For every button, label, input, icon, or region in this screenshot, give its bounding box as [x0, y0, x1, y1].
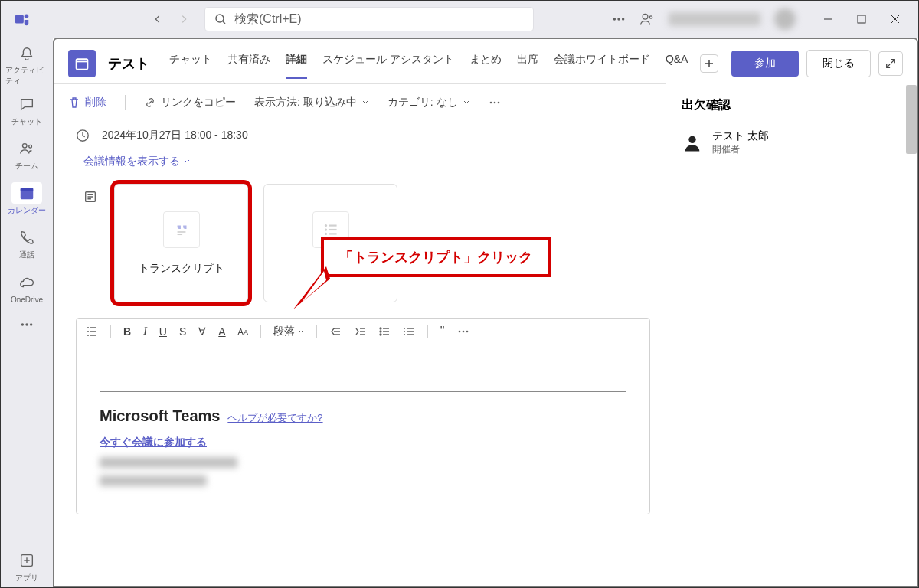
- window-close[interactable]: [878, 4, 912, 34]
- svg-point-37: [462, 331, 464, 333]
- show-meeting-info-link[interactable]: 会議情報を表示する: [53, 142, 666, 176]
- annotation-callout: 「トランスクリプト」クリック: [321, 237, 551, 277]
- outdent-icon[interactable]: [329, 325, 342, 338]
- svg-point-20: [497, 102, 499, 104]
- chevron-down-icon: [183, 158, 191, 165]
- trash-icon: [68, 96, 80, 109]
- quote-button[interactable]: ": [440, 325, 445, 338]
- sidebar-item-calendar[interactable]: カレンダー: [5, 178, 48, 220]
- paragraph-dropdown[interactable]: 段落: [273, 325, 304, 338]
- svg-point-19: [493, 102, 495, 104]
- person-icon: [682, 132, 703, 154]
- transcript-card[interactable]: トランスクリプト: [114, 184, 248, 302]
- tab-attendance[interactable]: 出席: [517, 48, 538, 79]
- teams-icon: [18, 140, 35, 157]
- svg-point-27: [324, 228, 326, 230]
- underline-button[interactable]: U: [159, 325, 167, 338]
- show-as-dropdown[interactable]: 表示方法: 取り込み中: [254, 96, 369, 109]
- sidebar-item-chat[interactable]: チャット: [5, 90, 48, 131]
- indent-icon[interactable]: [354, 325, 366, 338]
- tab-whiteboard[interactable]: 会議ホワイトボード: [554, 48, 650, 79]
- svg-point-38: [466, 331, 468, 333]
- list-icon: [321, 220, 341, 240]
- copy-link-button[interactable]: リンクをコピー: [144, 96, 236, 109]
- svg-point-36: [458, 331, 460, 333]
- strike-button[interactable]: S: [179, 325, 186, 338]
- join-meeting-link[interactable]: 今すぐ会議に参加する: [100, 436, 626, 449]
- svg-marker-40: [301, 271, 326, 303]
- bold-button[interactable]: B: [123, 325, 131, 338]
- cloud-icon: [18, 275, 35, 292]
- window-minimize[interactable]: [811, 4, 845, 34]
- list-indent-icon[interactable]: [86, 325, 98, 338]
- tab-details[interactable]: 詳細: [286, 48, 307, 79]
- blurred-text: [100, 457, 237, 468]
- org-name-blurred: [669, 12, 760, 26]
- tab-chat[interactable]: チャット: [169, 48, 212, 79]
- svg-point-5: [622, 18, 624, 20]
- svg-point-1: [25, 15, 29, 18]
- tab-shared[interactable]: 共有済み: [227, 48, 270, 79]
- sidebar-item-calls[interactable]: 通話: [5, 223, 48, 264]
- sidebar-more-icon[interactable]: [20, 318, 34, 332]
- svg-point-35: [380, 334, 381, 335]
- italic-button[interactable]: I: [143, 325, 147, 338]
- details-toolbar: 削除 リンクをコピー 表示方法: 取り込み中 カテゴリ: なし: [53, 84, 666, 121]
- category-dropdown[interactable]: カテゴリ: なし: [388, 96, 470, 109]
- attendee-row[interactable]: テスト 太郎 開催者: [682, 129, 903, 156]
- editor-more-icon[interactable]: [457, 325, 469, 338]
- chevron-down-icon: [361, 99, 369, 106]
- nav-forward-button[interactable]: [171, 6, 197, 32]
- bell-icon: [18, 46, 35, 63]
- font-size-button[interactable]: AA: [238, 327, 248, 336]
- help-link[interactable]: ヘルプが必要ですか?: [227, 412, 322, 423]
- svg-point-7: [649, 16, 652, 18]
- clock-icon: [76, 129, 90, 142]
- svg-point-2: [216, 15, 224, 22]
- add-tab-button[interactable]: [700, 54, 718, 73]
- close-button[interactable]: 閉じる: [806, 50, 871, 77]
- window-maximize[interactable]: [845, 4, 878, 34]
- delete-button[interactable]: 削除: [68, 96, 106, 109]
- blurred-text: [100, 475, 207, 486]
- meeting-calendar-icon: [68, 50, 96, 77]
- bullet-list-icon[interactable]: [378, 325, 391, 338]
- join-button[interactable]: 参加: [731, 51, 799, 77]
- search-input[interactable]: 検索(Ctrl+E): [204, 7, 534, 31]
- attendance-panel: 出欠確認 テスト 太郎 開催者: [666, 83, 918, 587]
- notes-editor: B I U S ∀ A AA 段落: [76, 318, 650, 514]
- svg-rect-12: [21, 188, 34, 191]
- nav-back-button[interactable]: [145, 6, 171, 32]
- more-icon[interactable]: [612, 12, 626, 26]
- tab-qa[interactable]: Q&A: [666, 48, 688, 79]
- calendar-icon: [18, 185, 35, 201]
- svg-point-14: [25, 323, 28, 325]
- text-color-button[interactable]: A: [218, 325, 225, 338]
- sidebar-item-onedrive[interactable]: OneDrive: [5, 267, 48, 309]
- expand-button[interactable]: [878, 51, 903, 76]
- svg-point-41: [688, 136, 695, 142]
- svg-rect-17: [77, 59, 88, 69]
- user-avatar[interactable]: [774, 8, 796, 30]
- toolbar-more-icon[interactable]: [489, 96, 501, 109]
- people-icon[interactable]: [639, 11, 655, 27]
- quote-icon: [172, 220, 191, 240]
- sidebar-item-activity[interactable]: アクティビティ: [5, 45, 48, 87]
- sidebar-item-teams[interactable]: チーム: [5, 134, 48, 175]
- app-sidebar: アクティビティ チャット チーム カレンダー 通話 OneDrive アプリ: [1, 38, 53, 587]
- editor-toolbar: B I U S ∀ A AA 段落: [77, 318, 649, 345]
- svg-point-25: [324, 224, 326, 226]
- number-list-icon[interactable]: [403, 325, 415, 338]
- scrollbar[interactable]: [906, 85, 917, 154]
- editor-body[interactable]: Microsoft Teams ヘルプが必要ですか? 今すぐ会議に参加する: [77, 345, 649, 514]
- transcript-label: トランスクリプト: [139, 262, 224, 276]
- tab-scheduling[interactable]: スケジュール アシスタント: [322, 48, 454, 79]
- svg-rect-24: [177, 234, 182, 235]
- tab-recap[interactable]: まとめ: [469, 48, 502, 79]
- highlight-button[interactable]: ∀: [198, 325, 206, 338]
- sidebar-item-apps[interactable]: アプリ: [5, 546, 48, 587]
- attendee-role: 開催者: [712, 143, 769, 156]
- svg-rect-26: [329, 224, 336, 226]
- svg-point-13: [21, 323, 24, 325]
- phone-icon: [18, 229, 35, 246]
